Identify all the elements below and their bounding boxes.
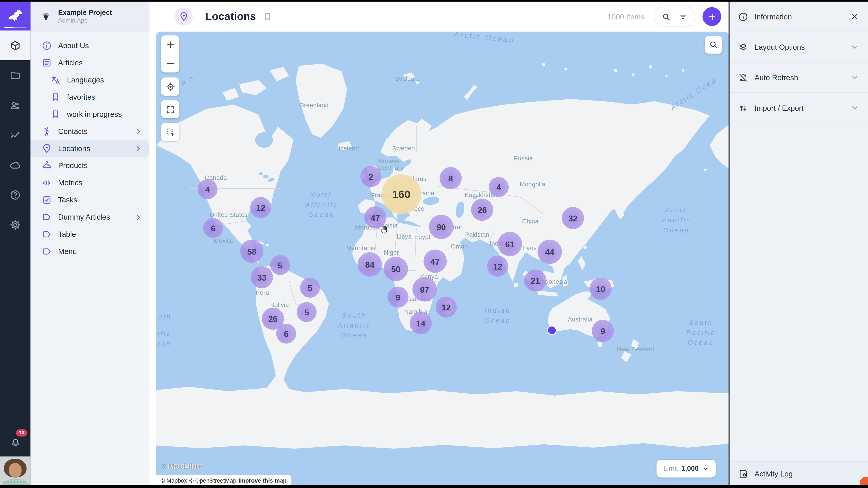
sidebar-item-languages[interactable]: Languages <box>31 71 150 89</box>
page-title: Locations <box>206 11 256 23</box>
map-cluster[interactable]: 26 <box>471 199 493 221</box>
sidebar-item-activity-log[interactable]: Activity Log <box>729 461 868 485</box>
notifications-button[interactable]: 13 <box>0 427 31 456</box>
map-cluster[interactable]: 12 <box>250 197 271 218</box>
map-cluster[interactable]: 4 <box>489 177 508 197</box>
sidebar-section-import-export[interactable]: Import / Export <box>729 93 868 123</box>
maplibre-watermark: MapLibre <box>160 462 203 470</box>
info-circle-icon <box>738 11 748 22</box>
app-logo[interactable] <box>0 0 31 31</box>
sidebar-section-auto-refresh[interactable]: Auto Refresh <box>729 63 868 93</box>
map-cluster[interactable]: 58 <box>240 239 264 263</box>
map-cluster[interactable]: 12 <box>487 256 508 276</box>
sidebar-item-dummy-articles[interactable]: Dummy Articles <box>31 208 150 226</box>
chevron-down-icon[interactable] <box>850 103 859 112</box>
module-users-icon[interactable] <box>0 90 31 120</box>
sidebar-section-layout-options[interactable]: Layout Options <box>729 32 868 63</box>
module-insights-icon[interactable] <box>0 120 31 150</box>
chevron-right-icon[interactable] <box>134 213 142 221</box>
map-cluster[interactable]: 6 <box>203 218 223 238</box>
map-cluster[interactable]: 97 <box>412 277 437 302</box>
fullscreen-button[interactable] <box>161 100 180 119</box>
country-label: Australia <box>568 316 592 322</box>
map-search-button[interactable] <box>705 36 722 54</box>
map-cluster[interactable]: 5 <box>297 302 317 322</box>
sidebar-item-table[interactable]: Table <box>31 226 150 243</box>
map-cluster[interactable]: 9 <box>388 287 408 308</box>
filter-icon[interactable] <box>678 12 688 22</box>
sidebar-item-menu[interactable]: Menu <box>31 243 150 260</box>
map-cluster[interactable]: 4 <box>197 179 217 199</box>
layers-icon <box>738 42 748 53</box>
osm-attribution-link[interactable]: © OpenStreetMap <box>189 477 237 483</box>
map-single-point[interactable] <box>548 326 556 334</box>
sidebar-item-products[interactable]: Products <box>31 157 150 174</box>
box-select-button[interactable] <box>161 123 180 141</box>
sidebar-item-locations[interactable]: Locations <box>31 140 150 157</box>
map-cluster[interactable]: 90 <box>429 215 454 239</box>
map-pin-icon <box>41 143 52 154</box>
ocean-label: South Pacific Ocean <box>686 318 715 348</box>
sidebar-item-metrics[interactable]: Metrics <box>31 174 150 191</box>
avatar-face <box>9 463 22 478</box>
zoom-in-button[interactable] <box>161 35 180 54</box>
project-header[interactable]: Example Project Admin App <box>31 2 150 32</box>
country-label: Laos <box>523 245 536 251</box>
map-cluster[interactable]: 8 <box>439 167 462 189</box>
chevron-down-icon[interactable] <box>850 73 859 82</box>
map-cluster[interactable]: 9 <box>592 320 614 342</box>
project-subtitle: Admin App <box>58 17 112 24</box>
sidebar-section-information[interactable]: Information <box>729 2 868 32</box>
sidebar-item-articles[interactable]: Articles <box>31 54 150 71</box>
sidebar-item-work-in-progress[interactable]: work in progress <box>31 106 150 123</box>
map-cluster[interactable]: 10 <box>590 278 612 300</box>
mapbox-attribution-link[interactable]: © Mapbox <box>160 477 187 483</box>
sidebar-item-favorites[interactable]: favorites <box>31 89 150 106</box>
map-cluster[interactable]: 5 <box>270 255 290 275</box>
sidebar-item-label: Articles <box>58 59 83 67</box>
chevron-right-icon[interactable] <box>134 144 142 152</box>
bookmark-icon[interactable] <box>263 12 272 22</box>
map-cluster[interactable]: 84 <box>358 252 382 277</box>
chevron-down-icon[interactable] <box>850 43 859 52</box>
search-icon[interactable] <box>662 12 671 22</box>
map-cluster[interactable]: 160 <box>381 174 421 214</box>
map-cluster[interactable]: 47 <box>423 250 447 273</box>
chevron-down-icon <box>702 465 709 472</box>
map-cluster[interactable]: 12 <box>436 297 457 318</box>
country-label: Mauritania <box>346 245 376 251</box>
module-settings-gear-icon[interactable] <box>0 210 31 239</box>
add-item-button[interactable] <box>703 7 721 26</box>
map-cluster[interactable]: 21 <box>524 269 546 292</box>
sidebar-item-label: Products <box>58 162 88 170</box>
module-cloud-icon[interactable] <box>0 150 31 180</box>
module-help-icon[interactable] <box>0 180 31 210</box>
sidebar-item-tasks[interactable]: Tasks <box>31 191 150 208</box>
sidebar-item-about-us[interactable]: About Us <box>31 37 150 54</box>
geolocate-button[interactable] <box>161 77 180 96</box>
map-cluster[interactable]: 33 <box>251 266 273 288</box>
section-label: Auto Refresh <box>754 73 798 82</box>
map-cluster[interactable]: 5 <box>300 278 320 297</box>
module-items <box>0 31 31 240</box>
map-cluster[interactable]: 2 <box>360 166 381 187</box>
sidebar-item-contacts[interactable]: Contacts <box>31 123 150 140</box>
zoom-out-button[interactable] <box>161 54 180 72</box>
map-cluster[interactable]: 44 <box>537 239 562 264</box>
map-canvas[interactable]: CanadaUnited StatesMexicoGreenlandIcelan… <box>156 32 729 485</box>
module-files-folder-icon[interactable] <box>0 60 31 90</box>
map-cluster[interactable]: 32 <box>562 207 584 229</box>
map-cluster[interactable]: 50 <box>383 257 408 281</box>
country-label: Svalbard <box>395 75 420 82</box>
map-cluster[interactable]: 61 <box>498 232 522 256</box>
map-cluster[interactable]: 14 <box>410 312 432 334</box>
module-box-module-icon[interactable] <box>0 31 31 60</box>
map-cluster[interactable]: 6 <box>276 324 296 344</box>
chevron-right-icon[interactable] <box>134 127 142 135</box>
country-label: Oman <box>451 243 468 250</box>
close-icon[interactable] <box>850 12 859 21</box>
collection-icon-button[interactable] <box>174 7 193 26</box>
limit-dropdown[interactable]: Limit 1,000 <box>657 460 716 477</box>
user-avatar[interactable] <box>0 456 31 488</box>
improve-map-link[interactable]: Improve this map <box>239 477 287 483</box>
